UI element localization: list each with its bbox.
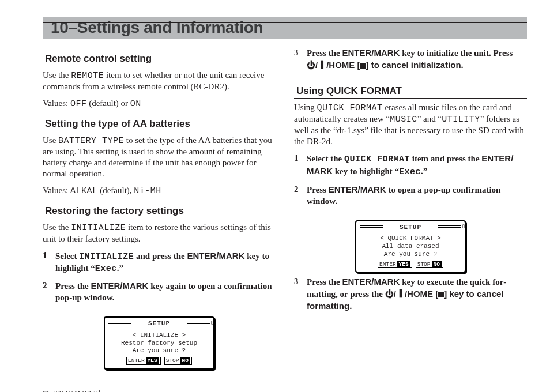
para-restore-1: Use the INITIALIZE item to restore the v… bbox=[43, 222, 276, 244]
restore-step-2: Press the ENTER/MARK key again to open a… bbox=[43, 280, 276, 310]
quick-step-3: Press the ENTER/MARK key to execute the … bbox=[294, 276, 527, 318]
code-off: OFF bbox=[70, 99, 87, 109]
lcd-body: < QUICK FORMAT > All data erased Are you… bbox=[359, 232, 462, 269]
stop-icon bbox=[360, 63, 366, 69]
code-on: ON bbox=[130, 99, 141, 109]
restore-step-3: Press the ENTER/MARK key to initialize t… bbox=[294, 47, 527, 77]
key-home: /HOME [ bbox=[405, 289, 438, 299]
lcd-line: Are you sure ? bbox=[108, 347, 210, 355]
figure-initialize-popup: SETUP ▯ < INITIALIZE > Restor factory se… bbox=[43, 316, 276, 370]
two-column-layout: Remote control setting Use the REMOTE it… bbox=[43, 45, 527, 373]
para-battery-1: Use BATTERY TYPE to set the type of the … bbox=[43, 135, 276, 180]
code-alkal: ALKAL bbox=[70, 186, 98, 196]
key-home: /HOME [ bbox=[326, 60, 360, 70]
manual-page: 10–Settings and Information Remote contr… bbox=[0, 17, 550, 392]
key-enter-mark: ENTER/MARK bbox=[342, 277, 400, 287]
code-remote: REMOTE bbox=[71, 71, 104, 81]
lcd-titlebar: SETUP ▯ bbox=[107, 320, 211, 329]
code-initialize: INITIALIZE bbox=[71, 223, 126, 233]
restore-steps-continued: Press the ENTER/MARK key to initialize t… bbox=[294, 47, 527, 77]
heading-battery-type: Setting the type of AA batteries bbox=[43, 118, 276, 131]
power-icon: ⏻/❙ bbox=[307, 59, 326, 71]
para-quick-1: Using QUICK FORMAT erases all music file… bbox=[294, 102, 527, 148]
quick-step-2: Press ENTER/MARK to open a pop-up confir… bbox=[294, 184, 527, 213]
lcd-line: < INITIALIZE > bbox=[108, 331, 210, 340]
para-remote-values: Values: OFF (default) or ON bbox=[43, 98, 276, 110]
lcd-btn-stop-no: STOPNO bbox=[164, 357, 192, 365]
page-footer: 76 TASCAM DR-2d bbox=[43, 389, 100, 392]
chapter-banner: 10–Settings and Information bbox=[43, 17, 527, 39]
lcd-btn-enter-yes: ENTERYES bbox=[126, 357, 161, 365]
page-number: 76 bbox=[43, 389, 50, 392]
code-utility: UTILITY bbox=[442, 115, 480, 125]
lcd-line: Are you sure ? bbox=[360, 251, 461, 259]
lcd-screen-quickformat: SETUP ▯ < QUICK FORMAT > All data erased… bbox=[355, 220, 466, 273]
quick-step-1: Select the QUICK FORMAT item and press t… bbox=[294, 153, 527, 184]
para-battery-values: Values: ALKAL (default), Ni-MH bbox=[43, 185, 276, 197]
key-enter-mark: ENTER/MARK bbox=[329, 184, 386, 194]
key-enter-mark: ENTER/MARK bbox=[91, 281, 148, 291]
restore-step-1: Select INITIALIZE and press the ENTER/MA… bbox=[43, 250, 276, 281]
heading-restore-factory: Restoring the factory settings bbox=[43, 205, 276, 218]
lcd-line: Restor factory setup bbox=[108, 340, 210, 348]
right-column: Press the ENTER/MARK key to initialize t… bbox=[294, 45, 527, 373]
quick-format-steps: Select the QUICK FORMAT item and press t… bbox=[294, 153, 527, 213]
quick-format-steps-continued: Press the ENTER/MARK key to execute the … bbox=[294, 276, 527, 318]
para-remote-1: Use the REMOTE item to set whether or no… bbox=[43, 70, 276, 92]
restore-steps: Select INITIALIZE and press the ENTER/MA… bbox=[43, 250, 276, 310]
lcd-screen-initialize: SETUP ▯ < INITIALIZE > Restor factory se… bbox=[104, 316, 214, 370]
lcd-line: All data erased bbox=[360, 243, 461, 251]
code-quick-format: QUICK FORMAT bbox=[317, 103, 383, 113]
code-music: MUSIC bbox=[390, 115, 417, 125]
code-nimh: Ni-MH bbox=[134, 186, 161, 196]
battery-icon: ▯ bbox=[210, 319, 214, 327]
lcd-btn-stop-no: STOPNO bbox=[416, 261, 443, 269]
lcd-btn-enter-yes: ENTERYES bbox=[378, 261, 412, 269]
footer-model: TASCAM DR-2d bbox=[54, 389, 100, 392]
power-icon: ⏻/❙ bbox=[385, 288, 405, 300]
code-battery-type: BATTERY TYPE bbox=[58, 136, 124, 146]
lcd-button-row: ENTERYES STOPNO bbox=[108, 357, 210, 365]
chapter-title: 10–Settings and Information bbox=[51, 18, 519, 37]
figure-quickformat-popup: SETUP ▯ < QUICK FORMAT > All data erased… bbox=[294, 220, 527, 273]
lcd-line: < QUICK FORMAT > bbox=[360, 235, 461, 243]
key-enter-mark: ENTER/MARK bbox=[342, 48, 400, 58]
heading-quick-format: Using QUICK FORMAT bbox=[294, 85, 527, 99]
heading-remote-control: Remote control setting bbox=[43, 53, 276, 66]
key-enter-mark: ENTER/MARK bbox=[187, 251, 245, 261]
battery-icon: ▯ bbox=[462, 223, 466, 231]
lcd-body: < INITIALIZE > Restor factory setup Are … bbox=[107, 329, 211, 366]
stop-icon bbox=[438, 292, 444, 297]
lcd-button-row: ENTERYES STOPNO bbox=[360, 261, 461, 269]
left-column: Remote control setting Use the REMOTE it… bbox=[43, 45, 276, 373]
lcd-titlebar: SETUP ▯ bbox=[359, 224, 462, 233]
